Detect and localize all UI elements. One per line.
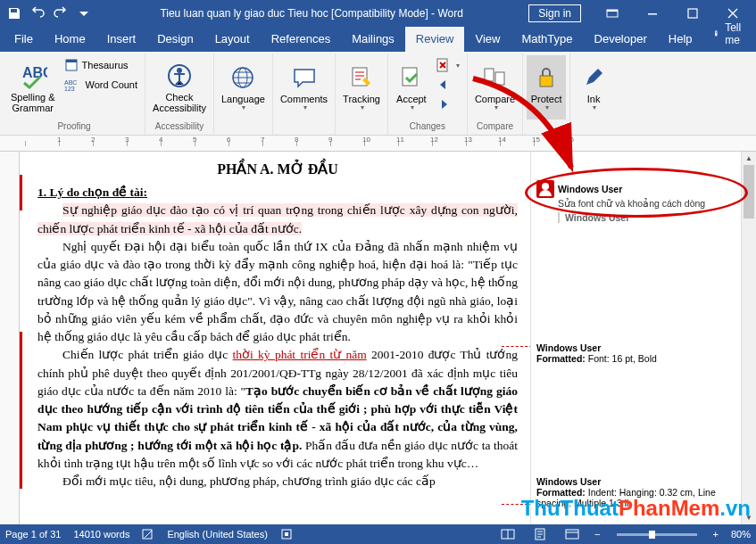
- group-language: Language▾: [214, 54, 273, 135]
- comments-icon: [290, 63, 319, 92]
- status-macro-icon[interactable]: [280, 528, 293, 540]
- doc-p1-highlighted: Sự nghiệp giáo dục đào tạo có vị trí qua…: [37, 203, 518, 235]
- group-comments: Comments▾: [273, 54, 336, 135]
- print-layout-icon[interactable]: [530, 528, 550, 540]
- zoom-thumb[interactable]: [649, 531, 655, 539]
- read-mode-icon[interactable]: [498, 528, 518, 540]
- previous-change-button[interactable]: [433, 75, 463, 95]
- vertical-ruler[interactable]: [0, 152, 20, 528]
- tab-developer[interactable]: Developer: [584, 27, 658, 52]
- svg-rect-8: [66, 60, 77, 62]
- tab-insert[interactable]: Insert: [96, 27, 147, 52]
- language-icon: [228, 63, 257, 92]
- reject-button[interactable]: ▾: [433, 55, 463, 75]
- proofing-group-label: Proofing: [7, 121, 141, 133]
- zoom-level[interactable]: 80%: [731, 529, 751, 540]
- sign-in-button[interactable]: Sign in: [528, 4, 581, 22]
- tab-mathtype[interactable]: MathType: [511, 27, 583, 52]
- minimize-icon[interactable]: [633, 0, 672, 27]
- status-proofing-icon[interactable]: [142, 528, 154, 540]
- zoom-slider[interactable]: [617, 533, 697, 536]
- undo-icon[interactable]: [27, 3, 48, 24]
- tab-file[interactable]: File: [4, 27, 44, 52]
- tracking-group-label: [339, 121, 384, 133]
- group-ink: Ink▾: [570, 54, 617, 135]
- svg-point-12: [177, 68, 182, 73]
- compare-icon: [481, 63, 510, 92]
- thesaurus-label: Thesaurus: [82, 60, 129, 70]
- web-layout-icon[interactable]: [562, 528, 582, 540]
- tracking-button[interactable]: Tracking▾: [339, 55, 384, 120]
- quick-access-toolbar: [4, 3, 95, 24]
- tab-view[interactable]: View: [464, 27, 511, 52]
- ribbon-display-icon[interactable]: [593, 0, 632, 27]
- document-page[interactable]: PHẦN A. MỞ ĐẦU 1. Lý do chọn đề tài: Sự …: [20, 152, 530, 528]
- group-compare: Compare▾ Compare: [468, 54, 523, 135]
- svg-rect-2: [648, 13, 657, 15]
- next-change-button[interactable]: [433, 95, 463, 114]
- compare-button[interactable]: Compare▾: [471, 55, 519, 120]
- status-language[interactable]: English (United States): [167, 529, 268, 540]
- ribbon: ABC Spelling & Grammar Thesaurus ABC123W…: [0, 52, 756, 136]
- watermark: ThuThuatPhanMem.vn: [521, 496, 751, 521]
- tracking-label: Tracking: [343, 94, 380, 104]
- comment-2-text: Formatted: Font: 16 pt, Bold: [536, 353, 751, 364]
- group-accessibility: Check Accessibility Accessibility: [145, 54, 214, 135]
- comment-3-user: Windows User: [536, 476, 751, 487]
- section-1-title: 1. Lý do chọn đề tài:: [37, 185, 147, 199]
- svg-rect-23: [285, 532, 288, 536]
- compare-group-label: Compare: [471, 121, 519, 133]
- accessibility-label: Check Accessibility: [153, 92, 206, 113]
- spelling-grammar-button[interactable]: ABC Spelling & Grammar: [7, 55, 59, 120]
- page-heading: PHẦN A. MỞ ĐẦU: [37, 159, 518, 180]
- horizontal-ruler[interactable]: 12345678910111213141516: [0, 136, 756, 152]
- ink-button[interactable]: Ink▾: [574, 55, 613, 120]
- language-group-label: [218, 121, 269, 133]
- tab-mailings[interactable]: Mailings: [341, 27, 405, 52]
- protect-label: Protect: [531, 94, 562, 104]
- group-proofing: ABC Spelling & Grammar Thesaurus ABC123W…: [4, 54, 145, 135]
- protect-icon: [532, 63, 561, 92]
- check-accessibility-button[interactable]: Check Accessibility: [149, 55, 210, 120]
- word-count-label: Word Count: [86, 79, 138, 90]
- svg-rect-20: [540, 76, 552, 87]
- svg-rect-19: [495, 72, 504, 85]
- protect-button[interactable]: Protect▾: [527, 55, 566, 120]
- status-page[interactable]: Page 1 of 31: [5, 529, 61, 540]
- language-label: Language: [221, 94, 265, 104]
- comment-2[interactable]: Windows User Formatted: Font: 16 pt, Bol…: [535, 339, 752, 369]
- accessibility-icon: [165, 62, 194, 90]
- spelling-label: Spelling & Grammar: [11, 92, 55, 113]
- language-button[interactable]: Language▾: [218, 55, 269, 120]
- tell-me-search[interactable]: Tell me: [703, 16, 755, 52]
- save-icon[interactable]: [4, 3, 25, 24]
- redo-icon[interactable]: [50, 3, 71, 24]
- qat-customize-icon[interactable]: [73, 3, 95, 24]
- window-title: Tieu luan quan ly giao duc Tieu hoc [Com…: [95, 7, 528, 20]
- zoom-out-button[interactable]: −: [594, 529, 600, 540]
- doc-p4: Đổi mới mục tiêu, nội dung, phương pháp,…: [37, 473, 518, 490]
- svg-rect-18: [485, 69, 494, 81]
- scroll-up-icon[interactable]: ▲: [742, 152, 756, 165]
- accessibility-group-label: Accessibility: [149, 121, 210, 133]
- vertical-scrollbar[interactable]: ▲ ▼: [741, 152, 756, 524]
- annotation-circle: [525, 168, 748, 218]
- group-tracking: Tracking▾: [336, 54, 388, 135]
- accept-button[interactable]: Accept▾: [392, 55, 431, 120]
- zoom-in-button[interactable]: +: [713, 529, 719, 540]
- thesaurus-button[interactable]: Thesaurus: [61, 55, 142, 75]
- svg-text:ABC: ABC: [22, 65, 47, 80]
- status-words[interactable]: 14010 words: [73, 529, 129, 540]
- tab-home[interactable]: Home: [44, 27, 96, 52]
- tab-design[interactable]: Design: [146, 27, 204, 52]
- changes-group-label: Changes: [392, 121, 463, 133]
- tab-review[interactable]: Review: [405, 27, 465, 52]
- tab-references[interactable]: References: [261, 27, 341, 52]
- tab-help[interactable]: Help: [658, 27, 703, 52]
- comments-button[interactable]: Comments▾: [277, 55, 331, 120]
- tab-layout[interactable]: Layout: [204, 27, 261, 52]
- ribbon-tabs: File Home Insert Design Layout Reference…: [0, 27, 756, 52]
- protect-group-label: [527, 121, 566, 133]
- word-count-button[interactable]: ABC123Word Count: [61, 75, 142, 95]
- accept-label: Accept: [396, 94, 427, 104]
